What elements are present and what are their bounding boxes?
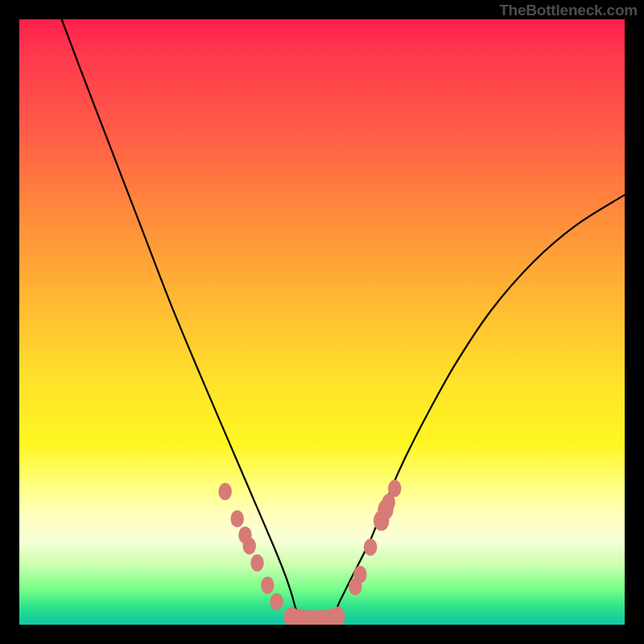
bottleneck-curve bbox=[19, 19, 625, 625]
chart-frame: TheBottleneck.com bbox=[0, 0, 644, 644]
attribution-text: TheBottleneck.com bbox=[499, 2, 638, 19]
curve-marker bbox=[374, 510, 390, 530]
curve-markers bbox=[218, 480, 401, 625]
curve-marker bbox=[218, 483, 232, 501]
curve-marker bbox=[311, 609, 327, 625]
curve-marker bbox=[242, 537, 256, 555]
curve-marker bbox=[329, 607, 345, 625]
curve-marker bbox=[261, 576, 275, 594]
curve-marker bbox=[302, 609, 318, 625]
curve-marker bbox=[238, 526, 252, 544]
curve-marker bbox=[270, 593, 283, 611]
curve-marker bbox=[293, 609, 309, 625]
curve-marker bbox=[378, 499, 394, 519]
curve-marker bbox=[250, 555, 264, 572]
curve-line bbox=[62, 19, 625, 619]
curve-marker bbox=[353, 566, 367, 584]
curve-marker bbox=[382, 493, 395, 511]
curve-marker bbox=[230, 510, 244, 528]
curve-marker bbox=[388, 480, 402, 497]
curve-marker bbox=[320, 609, 336, 625]
curve-marker bbox=[284, 607, 300, 625]
curve-marker bbox=[364, 539, 378, 556]
plot-area bbox=[19, 19, 625, 625]
curve-marker bbox=[349, 578, 362, 596]
